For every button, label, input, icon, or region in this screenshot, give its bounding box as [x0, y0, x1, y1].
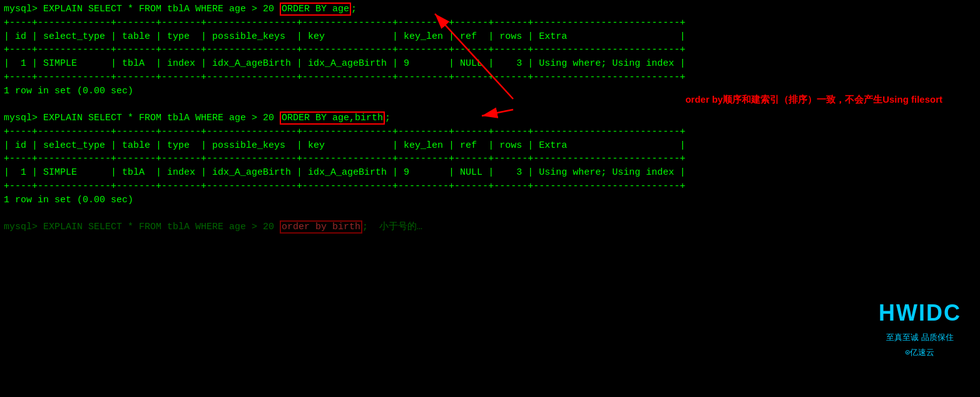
- table-header-2: | id | select_type | table | type | poss…: [4, 139, 976, 153]
- cmd-suffix-1: ;: [351, 4, 357, 14]
- blank-2: [4, 207, 976, 220]
- cmd-prefix-1: mysql> EXPLAIN SELECT * FROM tblA WHERE …: [4, 4, 280, 14]
- highlight-order-by-age-birth: ORDER BY age,birth: [280, 111, 385, 125]
- cmd-prefix-2: mysql> EXPLAIN SELECT * FROM tblA WHERE …: [4, 113, 280, 123]
- brand-title: HWIDC: [879, 297, 961, 329]
- divider-3: +----+-------------+-------+-------+----…: [4, 71, 976, 85]
- cmd-suffix-2: ;: [385, 113, 390, 123]
- highlight-order-by-age: ORDER BY age: [280, 3, 351, 16]
- annotation-text: order by顺序和建索引（排序）一致，不会产生Using filesort: [685, 93, 942, 106]
- divider-6: +----+-------------+-------+-------+----…: [4, 180, 976, 193]
- data-row-1: | 1 | SIMPLE | tblA | index | idx_A_ageB…: [4, 57, 976, 71]
- brand-logo: ⊙亿速云: [879, 348, 961, 359]
- command-line-3: mysql> EXPLAIN SELECT * FROM tblA WHERE …: [4, 220, 976, 234]
- divider-1: +----+-------------+-------+-------+----…: [4, 16, 976, 30]
- branding-section: HWIDC 至真至诚 品质保住 ⊙亿速云: [879, 297, 961, 359]
- terminal-window: mysql> EXPLAIN SELECT * FROM tblA WHERE …: [0, 0, 980, 397]
- cmd-suffix-3: ; 小于号的…: [362, 222, 422, 232]
- highlight-order-by-birth: order by birth: [280, 220, 362, 234]
- data-row-2: | 1 | SIMPLE | tblA | index | idx_A_ageB…: [4, 166, 976, 180]
- row-info-2: 1 row in set (0.00 sec): [4, 193, 976, 207]
- divider-5: +----+-------------+-------+-------+----…: [4, 152, 976, 166]
- command-line-2: mysql> EXPLAIN SELECT * FROM tblA WHERE …: [4, 111, 976, 125]
- divider-4: +----+-------------+-------+-------+----…: [4, 125, 976, 139]
- table-header-1: | id | select_type | table | type | poss…: [4, 30, 976, 44]
- brand-subtitle: 至真至诚 品质保住: [879, 332, 961, 344]
- cmd-prefix-3: mysql> EXPLAIN SELECT * FROM tblA WHERE …: [4, 222, 280, 232]
- command-line-1: mysql> EXPLAIN SELECT * FROM tblA WHERE …: [4, 3, 976, 16]
- divider-2: +----+-------------+-------+-------+----…: [4, 43, 976, 57]
